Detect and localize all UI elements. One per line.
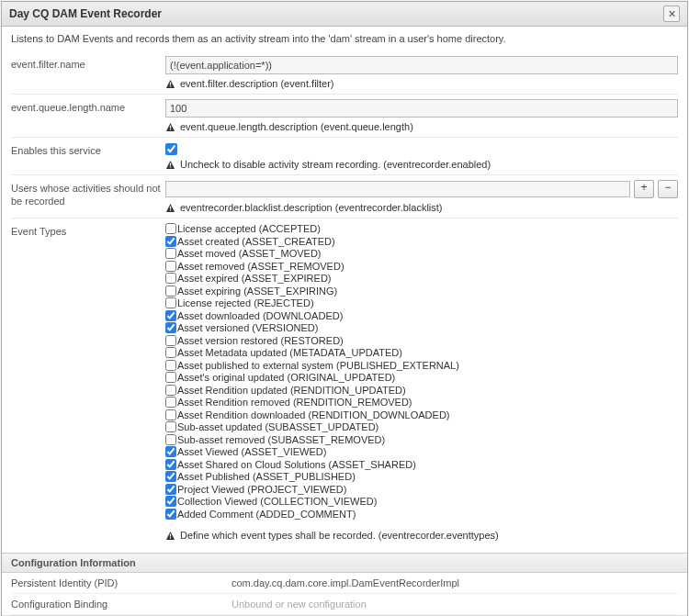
event-type-item: Asset downloaded (DOWNLOADED) (165, 309, 678, 322)
enabled-hint: Uncheck to disable activity stream recor… (165, 159, 678, 170)
event-type-checkbox[interactable] (165, 421, 176, 432)
event-type-label: Asset's original updated (ORIGINAL_UPDAT… (177, 372, 395, 384)
field-event-types: Event Types License accepted (ACCEPTED)A… (11, 218, 678, 545)
event-type-checkbox[interactable] (165, 297, 176, 308)
svg-rect-1 (170, 85, 171, 86)
svg-rect-6 (170, 206, 171, 208)
event-type-checkbox[interactable] (165, 223, 176, 234)
event-type-label: Asset expired (ASSET_EXPIRED) (177, 273, 332, 285)
event-types-label: Event Types (11, 223, 165, 541)
enabled-label: Enables this service (11, 142, 165, 170)
event-type-label: Asset Metadata updated (METADATA_UPDATED… (177, 347, 402, 359)
event-filter-label: event.filter.name (11, 56, 165, 89)
event-type-label: License accepted (ACCEPTED) (177, 223, 321, 235)
svg-rect-5 (170, 166, 171, 167)
event-queue-length-input[interactable] (165, 99, 678, 118)
event-type-label: Collection Viewed (COLLECTION_VIEWED) (177, 496, 377, 508)
event-type-item: Asset's original updated (ORIGINAL_UPDAT… (165, 372, 678, 385)
event-type-checkbox[interactable] (165, 509, 176, 520)
event-type-item: Sub-asset updated (SUBASSET_UPDATED) (165, 421, 678, 434)
event-type-checkbox[interactable] (165, 236, 176, 247)
event-type-checkbox[interactable] (165, 273, 176, 284)
close-icon[interactable]: ✕ (663, 6, 680, 22)
titlebar: Day CQ DAM Event Recorder ✕ (2, 2, 687, 27)
event-type-item: Asset moved (ASSET_MOVED) (165, 248, 678, 261)
event-type-item: Sub-asset removed (SUBASSET_REMOVED) (165, 433, 678, 446)
event-type-item: License rejected (REJECTED) (165, 297, 678, 310)
event-filter-input[interactable] (165, 56, 678, 74)
svg-rect-2 (170, 126, 171, 129)
enabled-checkbox[interactable] (165, 143, 177, 155)
event-type-item: Asset version restored (RESTORED) (165, 334, 678, 347)
event-types-hint: Define which event types shall be record… (165, 530, 678, 541)
event-type-checkbox[interactable] (165, 322, 176, 333)
event-type-checkbox[interactable] (165, 372, 176, 383)
event-type-checkbox[interactable] (165, 496, 176, 507)
event-type-label: Asset removed (ASSET_REMOVED) (177, 261, 344, 273)
warning-icon (165, 79, 175, 89)
event-type-label: Asset version restored (RESTORED) (177, 335, 344, 347)
svg-rect-4 (170, 162, 171, 165)
event-type-checkbox[interactable] (165, 360, 176, 371)
field-event-queue-length: event.queue.length.name event.queue.leng… (11, 95, 678, 138)
event-type-checkbox[interactable] (165, 261, 176, 272)
event-type-label: Asset versioned (VERSIONED) (177, 322, 318, 334)
blacklist-input[interactable] (165, 181, 630, 197)
event-type-item: Asset Rendition downloaded (RENDITION_DO… (165, 409, 678, 421)
svg-rect-8 (170, 533, 171, 536)
blacklist-label: Users whose activities should not be rec… (11, 180, 165, 213)
binding-value: Unbound or new configuration (232, 599, 678, 610)
blacklist-hint: eventrecorder.blacklist.description (eve… (165, 202, 678, 213)
event-type-label: Project Viewed (PROJECT_VIEWED) (177, 484, 346, 496)
pid-row: Persistent Identity (PID) com.day.cq.dam… (11, 573, 678, 594)
event-type-checkbox[interactable] (165, 459, 176, 470)
event-type-label: Asset Viewed (ASSET_VIEWED) (177, 446, 326, 458)
event-type-checkbox[interactable] (165, 471, 176, 482)
event-type-label: Sub-asset removed (SUBASSET_REMOVED) (177, 434, 385, 446)
event-type-label: Asset Published (ASSET_PUBLISHED) (177, 471, 356, 483)
event-type-label: Asset Rendition removed (RENDITION_REMOV… (177, 397, 412, 409)
event-type-item: Project Viewed (PROJECT_VIEWED) (165, 483, 678, 496)
event-type-checkbox[interactable] (165, 248, 176, 259)
event-type-item: Asset Rendition updated (RENDITION_UPDAT… (165, 384, 678, 397)
event-type-label: Asset moved (ASSET_MOVED) (177, 248, 322, 260)
event-type-checkbox[interactable] (165, 409, 176, 420)
blacklist-add-button[interactable]: + (634, 180, 654, 198)
event-type-item: Asset Metadata updated (METADATA_UPDATED… (165, 347, 678, 360)
svg-rect-0 (170, 83, 171, 85)
event-type-checkbox[interactable] (165, 446, 176, 457)
warning-icon (165, 160, 175, 170)
binding-label: Configuration Binding (11, 599, 232, 610)
event-type-checkbox[interactable] (165, 434, 176, 445)
svg-rect-3 (170, 129, 171, 129)
field-blacklist: Users whose activities should not be rec… (11, 175, 678, 218)
warning-icon (165, 122, 175, 132)
event-types-list: License accepted (ACCEPTED)Asset created… (165, 223, 678, 521)
event-type-item: Asset created (ASSET_CREATED) (165, 235, 678, 248)
event-type-checkbox[interactable] (165, 385, 176, 396)
event-type-checkbox[interactable] (165, 397, 176, 408)
event-type-checkbox[interactable] (165, 310, 176, 321)
event-type-label: Asset Shared on Cloud Solutions (ASSET_S… (177, 459, 416, 471)
event-type-label: Asset created (ASSET_CREATED) (177, 236, 335, 248)
event-type-label: Sub-asset updated (SUBASSET_UPDATED) (177, 421, 378, 433)
event-type-label: Asset expiring (ASSET_EXPIRING) (177, 286, 337, 297)
pid-label: Persistent Identity (PID) (11, 577, 232, 588)
binding-row: Configuration Binding Unbound or new con… (11, 594, 678, 615)
event-type-checkbox[interactable] (165, 347, 176, 358)
event-type-label: Asset published to external system (PUBL… (177, 360, 459, 372)
svg-rect-7 (170, 209, 171, 210)
event-type-checkbox[interactable] (165, 335, 176, 346)
event-type-item: Asset expiring (ASSET_EXPIRING) (165, 285, 678, 297)
event-type-item: Asset expired (ASSET_EXPIRED) (165, 273, 678, 286)
event-queue-length-hint: event.queue.length.description (event.qu… (165, 121, 678, 132)
event-type-label: Asset Rendition updated (RENDITION_UPDAT… (177, 385, 406, 397)
event-filter-hint: event.filter.description (event.filter) (165, 78, 678, 89)
warning-icon (165, 531, 175, 541)
event-type-checkbox[interactable] (165, 286, 176, 297)
event-type-item: Asset Shared on Cloud Solutions (ASSET_S… (165, 458, 678, 471)
event-type-checkbox[interactable] (165, 484, 176, 495)
event-type-item: Asset versioned (VERSIONED) (165, 322, 678, 335)
blacklist-remove-button[interactable]: − (658, 180, 678, 198)
event-type-label: Asset Rendition downloaded (RENDITION_DO… (177, 409, 450, 421)
